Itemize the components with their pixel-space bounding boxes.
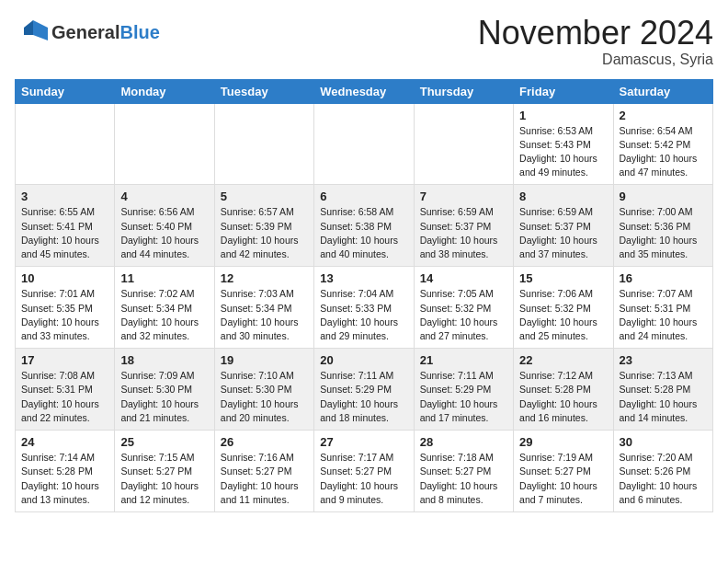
day-number: 8 — [519, 190, 607, 203]
header-row: Sunday Monday Tuesday Wednesday Thursday… — [16, 79, 713, 103]
day-number: 13 — [320, 271, 407, 285]
day-content: Sunrise: 7:09 AMSunset: 5:30 PMDaylight:… — [120, 369, 208, 425]
col-saturday: Saturday — [613, 79, 712, 103]
table-row: 3Sunrise: 6:55 AMSunset: 5:41 PMDaylight… — [16, 185, 115, 267]
day-number: 14 — [420, 271, 507, 285]
day-content: Sunrise: 7:19 AMSunset: 5:27 PMDaylight:… — [519, 451, 607, 507]
logo-general: General — [51, 22, 119, 42]
table-row: 29Sunrise: 7:19 AMSunset: 5:27 PMDayligh… — [514, 431, 613, 512]
table-row: 4Sunrise: 6:56 AMSunset: 5:40 PMDaylight… — [115, 185, 214, 267]
calendar-table: Sunday Monday Tuesday Wednesday Thursday… — [15, 79, 713, 512]
day-content: Sunrise: 6:56 AMSunset: 5:40 PMDaylight:… — [120, 205, 208, 261]
day-number: 11 — [120, 271, 208, 285]
day-content: Sunrise: 6:57 AMSunset: 5:39 PMDaylight:… — [221, 205, 308, 261]
day-content: Sunrise: 7:10 AMSunset: 5:30 PMDaylight:… — [221, 369, 308, 425]
day-content: Sunrise: 7:16 AMSunset: 5:27 PMDaylight:… — [221, 451, 308, 507]
day-number: 15 — [519, 271, 607, 285]
day-number: 24 — [21, 435, 108, 449]
day-content: Sunrise: 7:02 AMSunset: 5:34 PMDaylight:… — [120, 287, 208, 343]
day-number: 3 — [21, 190, 108, 203]
day-content: Sunrise: 7:08 AMSunset: 5:31 PMDaylight:… — [21, 369, 108, 425]
day-number: 16 — [620, 271, 707, 285]
day-content: Sunrise: 6:53 AMSunset: 5:43 PMDaylight:… — [519, 124, 607, 180]
logo: GeneralBlue — [15, 15, 160, 50]
day-content: Sunrise: 6:54 AMSunset: 5:42 PMDaylight:… — [620, 124, 707, 180]
table-row: 10Sunrise: 7:01 AMSunset: 5:35 PMDayligh… — [16, 267, 115, 349]
day-number: 10 — [21, 271, 108, 285]
table-row: 9Sunrise: 7:00 AMSunset: 5:36 PMDaylight… — [613, 185, 712, 267]
table-row: 28Sunrise: 7:18 AMSunset: 5:27 PMDayligh… — [414, 431, 513, 512]
day-content: Sunrise: 7:00 AMSunset: 5:36 PMDaylight:… — [620, 205, 707, 261]
logo-icon — [15, 15, 50, 50]
table-row — [214, 103, 313, 185]
table-row: 19Sunrise: 7:10 AMSunset: 5:30 PMDayligh… — [214, 349, 313, 431]
col-sunday: Sunday — [16, 79, 115, 103]
table-row: 5Sunrise: 6:57 AMSunset: 5:39 PMDaylight… — [214, 185, 313, 267]
table-row: 15Sunrise: 7:06 AMSunset: 5:32 PMDayligh… — [514, 267, 613, 349]
day-content: Sunrise: 7:17 AMSunset: 5:27 PMDaylight:… — [320, 451, 407, 507]
day-content: Sunrise: 6:55 AMSunset: 5:41 PMDaylight:… — [21, 205, 108, 261]
day-number: 18 — [120, 353, 208, 367]
col-monday: Monday — [115, 79, 214, 103]
day-number: 2 — [620, 109, 707, 122]
day-content: Sunrise: 6:59 AMSunset: 5:37 PMDaylight:… — [420, 205, 507, 261]
day-content: Sunrise: 7:05 AMSunset: 5:32 PMDaylight:… — [420, 287, 507, 343]
day-number: 9 — [620, 190, 707, 203]
day-number: 6 — [320, 190, 407, 203]
table-row: 8Sunrise: 6:59 AMSunset: 5:37 PMDaylight… — [514, 185, 613, 267]
day-number: 17 — [21, 353, 108, 367]
day-number: 23 — [620, 353, 707, 367]
day-number: 27 — [320, 435, 407, 449]
day-number: 12 — [221, 271, 308, 285]
day-content: Sunrise: 7:03 AMSunset: 5:34 PMDaylight:… — [221, 287, 308, 343]
day-number: 28 — [420, 435, 507, 449]
day-content: Sunrise: 7:14 AMSunset: 5:28 PMDaylight:… — [21, 451, 108, 507]
table-row — [16, 103, 115, 185]
location: Damascus, Syria — [478, 52, 713, 68]
table-row: 26Sunrise: 7:16 AMSunset: 5:27 PMDayligh… — [214, 431, 313, 512]
day-content: Sunrise: 7:06 AMSunset: 5:32 PMDaylight:… — [519, 287, 607, 343]
table-row: 24Sunrise: 7:14 AMSunset: 5:28 PMDayligh… — [16, 431, 115, 512]
table-row: 30Sunrise: 7:20 AMSunset: 5:26 PMDayligh… — [613, 431, 712, 512]
table-row: 7Sunrise: 6:59 AMSunset: 5:37 PMDaylight… — [414, 185, 513, 267]
table-row — [314, 103, 414, 185]
table-row: 14Sunrise: 7:05 AMSunset: 5:32 PMDayligh… — [414, 267, 513, 349]
col-thursday: Thursday — [414, 79, 513, 103]
table-row: 27Sunrise: 7:17 AMSunset: 5:27 PMDayligh… — [314, 431, 414, 512]
table-row: 22Sunrise: 7:12 AMSunset: 5:28 PMDayligh… — [514, 349, 613, 431]
table-row: 17Sunrise: 7:08 AMSunset: 5:31 PMDayligh… — [16, 349, 115, 431]
table-row: 6Sunrise: 6:58 AMSunset: 5:38 PMDaylight… — [314, 185, 414, 267]
table-row: 21Sunrise: 7:11 AMSunset: 5:29 PMDayligh… — [414, 349, 513, 431]
day-content: Sunrise: 7:01 AMSunset: 5:35 PMDaylight:… — [21, 287, 108, 343]
logo-blue: Blue — [119, 22, 159, 42]
table-row: 1Sunrise: 6:53 AMSunset: 5:43 PMDaylight… — [514, 103, 613, 185]
col-tuesday: Tuesday — [214, 79, 313, 103]
day-number: 4 — [120, 190, 208, 203]
day-content: Sunrise: 7:11 AMSunset: 5:29 PMDaylight:… — [320, 369, 407, 425]
week-row-3: 17Sunrise: 7:08 AMSunset: 5:31 PMDayligh… — [16, 349, 713, 431]
table-row: 16Sunrise: 7:07 AMSunset: 5:31 PMDayligh… — [613, 267, 712, 349]
week-row-1: 3Sunrise: 6:55 AMSunset: 5:41 PMDaylight… — [16, 185, 713, 267]
week-row-4: 24Sunrise: 7:14 AMSunset: 5:28 PMDayligh… — [16, 431, 713, 512]
day-content: Sunrise: 7:20 AMSunset: 5:26 PMDaylight:… — [620, 451, 707, 507]
table-row: 18Sunrise: 7:09 AMSunset: 5:30 PMDayligh… — [115, 349, 214, 431]
table-row: 25Sunrise: 7:15 AMSunset: 5:27 PMDayligh… — [115, 431, 214, 512]
day-content: Sunrise: 6:59 AMSunset: 5:37 PMDaylight:… — [519, 205, 607, 261]
day-number: 26 — [221, 435, 308, 449]
day-number: 21 — [420, 353, 507, 367]
day-number: 7 — [420, 190, 507, 203]
table-row: 2Sunrise: 6:54 AMSunset: 5:42 PMDaylight… — [613, 103, 712, 185]
table-row: 23Sunrise: 7:13 AMSunset: 5:28 PMDayligh… — [613, 349, 712, 431]
day-content: Sunrise: 7:04 AMSunset: 5:33 PMDaylight:… — [320, 287, 407, 343]
day-number: 20 — [320, 353, 407, 367]
table-row — [115, 103, 214, 185]
table-row: 13Sunrise: 7:04 AMSunset: 5:33 PMDayligh… — [314, 267, 414, 349]
week-row-2: 10Sunrise: 7:01 AMSunset: 5:35 PMDayligh… — [16, 267, 713, 349]
day-number: 22 — [519, 353, 607, 367]
day-content: Sunrise: 6:58 AMSunset: 5:38 PMDaylight:… — [320, 205, 407, 261]
week-row-0: 1Sunrise: 6:53 AMSunset: 5:43 PMDaylight… — [16, 103, 713, 185]
day-number: 19 — [221, 353, 308, 367]
month-title: November 2024 — [478, 15, 713, 52]
day-number: 30 — [620, 435, 707, 449]
day-content: Sunrise: 7:18 AMSunset: 5:27 PMDaylight:… — [420, 451, 507, 507]
